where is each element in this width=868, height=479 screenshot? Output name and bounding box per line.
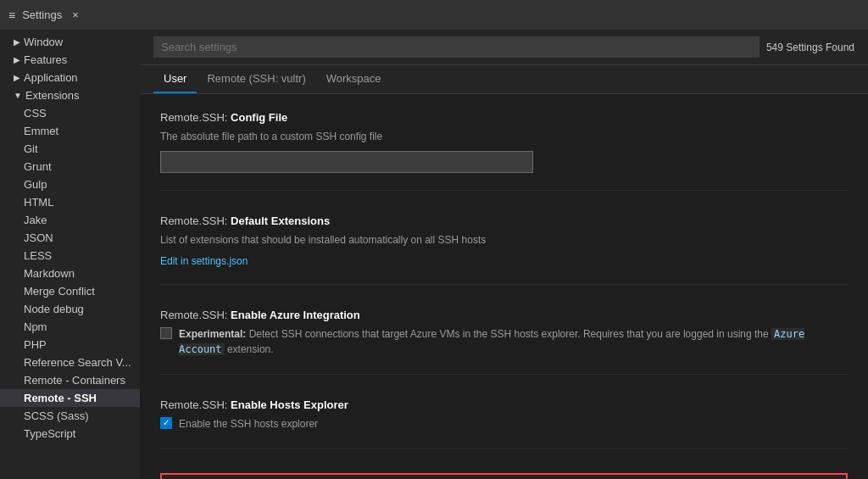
setting-prefix: Remote.SSH: [160,309,231,321]
hosts-checkbox-row: Enable the SSH hosts explorer [160,416,848,432]
sidebar-item-label: Reference Search V... [24,356,131,369]
settings-content: Remote.SSH: Config File The absolute fil… [140,94,868,479]
chevron-down-icon: ▼ [14,91,22,100]
sidebar-item-npm[interactable]: Npm [0,318,140,336]
azure-desc-text: Detect SSH connections that target Azure… [246,328,771,340]
sidebar-item-css[interactable]: CSS [0,104,140,122]
search-count: 549 Settings Found [766,42,854,53]
sidebar-item-emmet[interactable]: Emmet [0,122,140,140]
sidebar-item-label: JSON [24,231,53,244]
sidebar-item-jake[interactable]: Jake [0,211,140,229]
sidebar-item-label: Remote - SSH [24,392,97,404]
config-file-input[interactable] [160,151,533,173]
hosts-description: Enable the SSH hosts explorer [179,416,318,432]
setting-description: The absolute file path to a custom SSH c… [160,129,848,144]
sidebar-item-label: Features [24,53,67,66]
sidebar-item-typescript[interactable]: TypeScript [0,425,140,443]
azure-description: Experimental: Detect SSH connections tha… [179,326,848,357]
sidebar-item-less[interactable]: LESS [0,247,140,265]
azure-integration-checkbox[interactable] [160,327,172,339]
sidebar-item-label: Grunt [24,160,52,173]
sidebar-item-label: TypeScript [24,427,75,440]
sidebar-item-features[interactable]: ▶ Features [0,51,140,69]
sidebar-item-label: LESS [24,249,52,262]
tab-workspace[interactable]: Workspace [316,65,392,93]
sidebar-item-label: Extensions [25,89,80,102]
sidebar: ▶ Window ▶ Features ▶ Application ▼ Exte… [0,30,140,479]
chevron-right-icon: ▶ [14,37,20,47]
sidebar-item-label: Remote - Containers [24,374,125,387]
sidebar-item-extensions[interactable]: ▼ Extensions [0,86,140,104]
setting-title: Remote.SSH: Default Extensions [160,214,848,227]
chevron-right-icon: ▶ [14,73,20,82]
menu-icon[interactable]: ≡ [8,8,15,22]
sidebar-item-label: Git [24,142,38,155]
sidebar-item-label: HTML [24,196,53,209]
sidebar-item-label: Npm [24,320,47,333]
sidebar-item-scss-sass[interactable]: SCSS (Sass) [0,407,140,425]
azure-after-text: extension. [225,343,274,355]
sidebar-item-label: Node debug [24,303,84,315]
sidebar-item-label: PHP [24,338,47,351]
sidebar-item-label: SCSS (Sass) [24,409,89,422]
sidebar-item-reference-search[interactable]: Reference Search V... [0,354,140,371]
setting-bold-title: Enable Hosts Explorer [231,398,348,411]
setting-enable-hosts-explorer: Remote.SSH: Enable Hosts Explorer Enable… [160,398,848,449]
sidebar-item-git[interactable]: Git [0,140,140,158]
main-layout: ▶ Window ▶ Features ▶ Application ▼ Exte… [0,30,868,479]
sidebar-item-node-debug[interactable]: Node debug [0,300,140,318]
sidebar-item-grunt[interactable]: Grunt [0,158,140,175]
sidebar-item-label: Gulp [24,178,47,191]
chevron-right-icon: ▶ [14,55,20,64]
edit-settings-json-link[interactable]: Edit in settings.json [160,255,248,267]
hosts-explorer-checkbox[interactable] [160,417,172,429]
setting-default-extensions: Remote.SSH: Default Extensions List of e… [160,214,848,285]
sidebar-item-label: Application [24,71,78,84]
tab-remote[interactable]: Remote (SSH: vultr) [197,65,315,93]
sidebar-item-json[interactable]: JSON [0,229,140,247]
setting-prefix: Remote.SSH: [160,214,231,227]
sidebar-item-php[interactable]: PHP [0,336,140,354]
sidebar-item-label: Emmet [24,125,58,137]
azure-checkbox-row: Experimental: Detect SSH connections tha… [160,326,848,357]
sidebar-item-application[interactable]: ▶ Application [0,69,140,86]
title-bar: ≡ Settings × [0,0,868,30]
sidebar-item-label: CSS [24,107,47,120]
setting-bold-title: Default Extensions [231,214,330,227]
setting-prefix: Remote.SSH: [160,398,231,411]
setting-prefix: Remote.SSH: [160,111,231,124]
sidebar-item-merge-conflict[interactable]: Merge Conflict [0,282,140,300]
setting-show-login-terminal: Remote.SSH: Show Login Terminal Always r… [160,473,848,479]
setting-title: Remote.SSH: Config File [160,111,848,124]
setting-title: Remote.SSH: Enable Hosts Explorer [160,398,848,411]
setting-config-file: Remote.SSH: Config File The absolute fil… [160,111,848,191]
search-bar: 549 Settings Found [140,30,868,65]
sidebar-item-label: Markdown [24,267,75,280]
sidebar-item-label: Merge Conflict [24,285,95,298]
sidebar-item-html[interactable]: HTML [0,193,140,211]
tab-user[interactable]: User [153,65,197,93]
azure-bold-text: Experimental: [179,328,246,340]
sidebar-item-gulp[interactable]: Gulp [0,175,140,193]
sidebar-item-markdown[interactable]: Markdown [0,265,140,282]
tabs-bar: User Remote (SSH: vultr) Workspace [140,65,868,94]
sidebar-item-label: Window [24,36,63,48]
title-text: Settings [22,8,62,21]
search-input[interactable] [153,36,760,58]
content-area: 549 Settings Found User Remote (SSH: vul… [140,30,868,479]
setting-bold-title: Config File [231,111,287,124]
sidebar-item-remote-ssh[interactable]: Remote - SSH [0,389,140,407]
sidebar-item-remote-containers[interactable]: Remote - Containers [0,371,140,389]
setting-title: Remote.SSH: Enable Azure Integration [160,309,848,321]
sidebar-item-label: Jake [24,214,47,226]
setting-enable-azure: Remote.SSH: Enable Azure Integration Exp… [160,309,848,375]
close-button[interactable]: × [72,8,79,21]
setting-bold-title: Enable Azure Integration [231,309,360,321]
setting-description: List of extensions that should be instal… [160,232,848,248]
sidebar-item-window[interactable]: ▶ Window [0,33,140,51]
